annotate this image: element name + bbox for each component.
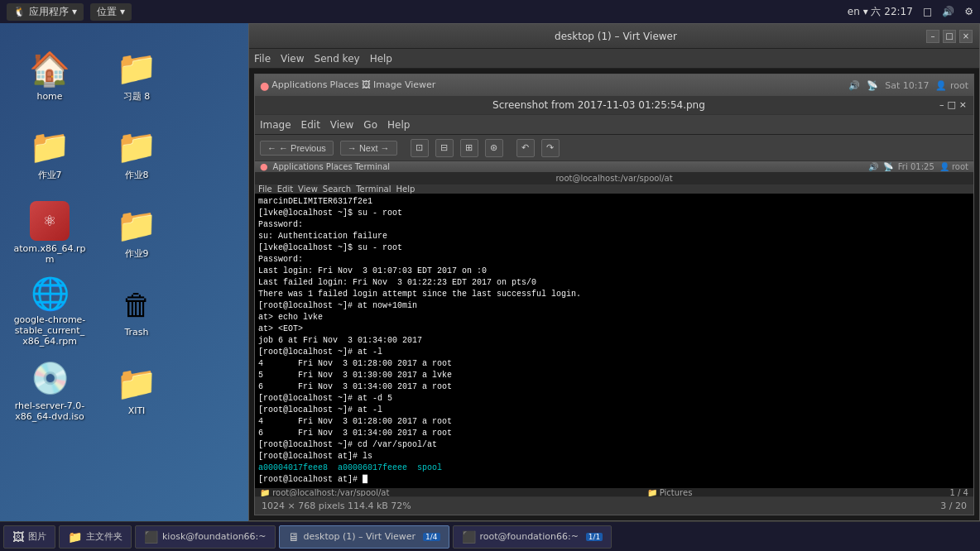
location-label[interactable]: 位置 <box>97 5 117 19</box>
imgviewer-appbar-imageviewer[interactable]: 🖼 Image Viewer <box>362 79 436 92</box>
imgviewer-menu-edit[interactable]: Edit <box>301 119 320 131</box>
homework8-folder-icon: 📁 <box>117 48 156 88</box>
term-line-1: [lvke@localhost ~]$ su - root <box>258 208 970 219</box>
term-line-9: [root@localhost ~]# at now+10min <box>258 300 970 312</box>
imgviewer-min-btn[interactable]: – <box>939 99 944 110</box>
clock-label: en ▾ 六 22:17 <box>848 5 913 19</box>
imgviewer-dot1[interactable]: ● <box>260 79 269 92</box>
prev-arrow-icon: ← <box>267 143 276 153</box>
imgviewer-close-btn[interactable]: × <box>959 99 967 110</box>
taskbar-terminal-kiosk[interactable]: ⬛ kiosk@foundation66:~ <box>135 525 276 549</box>
desktop-icon-rhel[interactable]: 💿 rhel-server-7.0-x86_64-dvd.iso <box>8 352 91 427</box>
imgviewer-max-btn[interactable]: □ <box>947 99 955 110</box>
imgviewer-title-bar: Screenshot from 2017-11-03 01:25:54.png … <box>255 96 973 115</box>
term-topbar-label: Applications Places Terminal <box>273 162 391 171</box>
rhel-label: rhel-server-7.0-x86_64-dvd.iso <box>12 400 87 422</box>
desktop-icon-xiti[interactable]: 📁 XITI <box>95 352 178 427</box>
imgviewer-appbar-places[interactable]: Places <box>330 79 359 92</box>
imgviewer-menu-help[interactable]: Help <box>387 119 410 131</box>
term-line-3: su: Authentication failure <box>258 231 970 242</box>
term-line-20: 6 Fri Nov 3 01:34:00 2017 a root <box>258 428 970 439</box>
taskbar-terminal-root[interactable]: ⬛ root@foundation66:~ 1/1 <box>453 525 612 549</box>
imgviewer-appbar-applications[interactable]: Applications <box>271 79 327 92</box>
virt-menu-view[interactable]: View <box>281 53 304 65</box>
virt-inner-content: ● Applications Places 🖼 Image Viewer 🔊 📡… <box>249 69 979 520</box>
homework8b-folder-icon: 📁 <box>117 127 156 166</box>
imgviewer-menu-view[interactable]: View <box>330 119 353 131</box>
term-topbar-left: ● Applications Places Terminal <box>260 161 390 172</box>
term-line-17: [root@localhost ~]# at -d 5 <box>258 393 970 405</box>
desktop-icon-chrome[interactable]: 🌐 google-chrome-stable_current_x86_64.rp… <box>8 274 91 348</box>
virt-viewer-title: desktop (1) – Virt Viewer <box>305 31 926 42</box>
term-line-18: [root@localhost ~]# at -l <box>258 405 970 416</box>
zoom-in-button[interactable]: ⊞ <box>460 139 478 157</box>
imgviewer-menu-go[interactable]: Go <box>363 119 377 131</box>
imgviewer-topbar: ● Applications Places 🖼 Image Viewer 🔊 📡… <box>255 74 973 96</box>
maximize-button[interactable]: □ <box>943 30 956 43</box>
imgviewer-menubar: Image Edit View Go Help <box>255 115 973 135</box>
terminal-body: marcinDELIMITER6317f2e1 [lvke@localhost … <box>255 194 973 488</box>
volume-icon: 🔊 <box>942 6 954 17</box>
virt-menu-file[interactable]: File <box>254 53 271 65</box>
applications-menu[interactable]: 🐧 应用程序 ▾ <box>7 3 84 21</box>
homework9-folder-icon: 📁 <box>117 205 156 245</box>
prev-button[interactable]: ← ← Previous <box>260 141 334 156</box>
desktop-icon-homework8b[interactable]: 📁 作业8 <box>95 117 178 191</box>
term-line-7: Last failed login: Fri Nov 3 01:22:23 ED… <box>258 277 970 289</box>
virt-menu-sendkey[interactable]: Send key <box>315 53 360 65</box>
taskbar-virt-label: desktop (1) – Virt Viewer <box>304 531 416 542</box>
desktop-icon-atom[interactable]: ⚛ atom.x86_64.rpm <box>8 195 91 270</box>
homework8b-label: 作业8 <box>125 169 149 181</box>
close-button[interactable]: × <box>959 30 973 43</box>
term-line-0: marcinDELIMITER6317f2e1 <box>258 196 970 208</box>
chrome-icon: 🌐 <box>30 276 70 312</box>
imgviewer-menu-image[interactable]: Image <box>260 119 291 131</box>
virt-menu-help[interactable]: Help <box>370 53 392 65</box>
homework9-label: 作业9 <box>125 247 149 260</box>
taskbar-files[interactable]: 📁 主文件夹 <box>59 525 132 549</box>
taskbar-pictures[interactable]: 🖼 图片 <box>3 525 55 549</box>
term-topbar-right: 🔊 📡 Fri 01:25 👤 root <box>868 162 968 171</box>
rotate-right-button[interactable]: ↷ <box>541 139 560 157</box>
imgviewer-user: 👤 root <box>935 80 968 91</box>
rotate-left-button[interactable]: ↶ <box>516 139 535 157</box>
icon-grid: 🏠 home 📁 习题 8 📁 作业7 📁 作业8 <box>8 38 240 427</box>
term-menu-edit: Edit <box>277 184 293 194</box>
taskbar-terminal-kiosk-icon: ⬛ <box>144 530 158 544</box>
homework7-folder-icon: 📁 <box>30 127 70 166</box>
taskbar: 🖼 图片 📁 主文件夹 ⬛ kiosk@foundation66:~ 🖥 des… <box>0 521 980 551</box>
next-button[interactable]: → Next → <box>340 141 397 156</box>
desktop: 🐧 应用程序 ▾ 位置 ▾ en ▾ 六 22:17 □ 🔊 ⚙ 🏠 home <box>0 0 980 551</box>
term-line-6: Last login: Fri Nov 3 01:07:03 EDT 2017 … <box>258 266 970 277</box>
atom-icon: ⚛ <box>30 201 70 241</box>
taskbar-virt-viewer[interactable]: 🖥 desktop (1) – Virt Viewer 1/4 <box>279 525 449 549</box>
term-line-16: 6 Fri Nov 3 01:34:00 2017 a root <box>258 381 970 393</box>
app-arrow: ▾ <box>72 6 77 17</box>
term-line-23: a00004017feee8 a00006017feeee spool <box>258 462 970 474</box>
minimize-button[interactable]: – <box>926 30 939 43</box>
xiti-folder-icon: 📁 <box>117 363 156 403</box>
taskbar-pictures-label: 图片 <box>28 530 46 543</box>
chrome-label: google-chrome-stable_current_x86_64.rpm <box>12 314 87 347</box>
desktop-icon-homework9[interactable]: 📁 作业9 <box>95 195 178 270</box>
desktop-icon-homework8[interactable]: 📁 习题 8 <box>95 38 178 113</box>
zoom-fit-button[interactable]: ⊡ <box>411 139 429 157</box>
taskbar-terminal-kiosk-label: kiosk@foundation66:~ <box>162 531 267 542</box>
desktop-icon-trash[interactable]: 🗑 Trash <box>95 274 178 348</box>
xiti-label: XITI <box>128 405 146 416</box>
term-menu-view: View <box>298 184 318 194</box>
desktop-icon-area: 🏠 home 📁 习题 8 📁 作业7 📁 作业8 <box>0 30 248 528</box>
desktop-icon-homework7[interactable]: 📁 作业7 <box>8 117 91 191</box>
zoom-reset-button[interactable]: ⊛ <box>485 139 503 157</box>
term-bottom-counter: 📁 Pictures <box>647 488 693 496</box>
settings-icon: ⚙ <box>964 6 973 17</box>
trash-icon: 🗑 <box>117 285 156 324</box>
zoom-out-button[interactable]: ⊟ <box>435 139 454 157</box>
desktop-icon-home[interactable]: 🏠 home <box>8 38 91 113</box>
next-label: → Next <box>348 143 378 153</box>
imgviewer-topbar-left: ● Applications Places 🖼 Image Viewer <box>260 79 435 92</box>
location-menu[interactable]: 位置 ▾ <box>90 3 132 21</box>
applications-label[interactable]: 应用程序 <box>29 5 69 19</box>
imgviewer-clock: Sat 10:17 <box>885 80 929 91</box>
term-line-8: There was 1 failed login attempt since t… <box>258 289 970 300</box>
